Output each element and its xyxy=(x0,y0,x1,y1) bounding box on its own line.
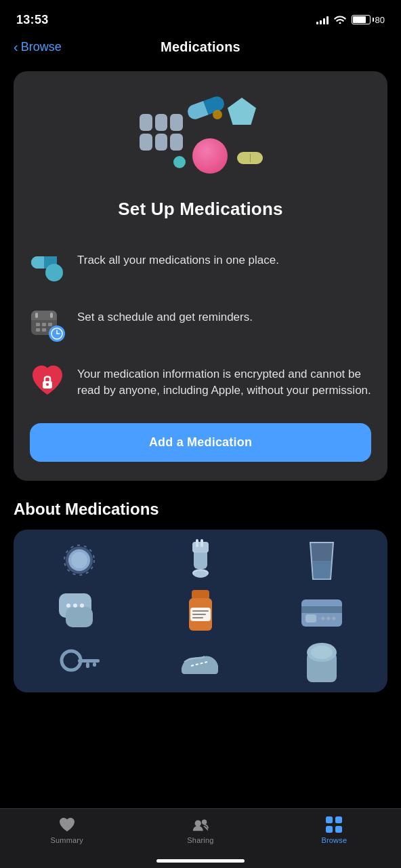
heart-tab-icon xyxy=(58,816,76,833)
key-cell xyxy=(20,637,139,686)
svg-point-60 xyxy=(202,820,207,825)
svg-rect-17 xyxy=(42,328,46,332)
toothbrush-cell xyxy=(142,536,260,585)
back-label: Browse xyxy=(21,40,62,54)
svg-point-50 xyxy=(332,616,335,620)
svg-point-49 xyxy=(326,616,330,620)
svg-rect-15 xyxy=(48,323,52,326)
svg-rect-5 xyxy=(31,256,44,269)
wifi-icon xyxy=(334,14,346,26)
svg-rect-63 xyxy=(326,826,333,833)
feature-schedule-text: Set a schedule and get reminders. xyxy=(77,307,371,326)
tab-sharing[interactable]: Sharing xyxy=(133,816,267,844)
tab-summary[interactable]: Summary xyxy=(0,816,133,844)
glass-cell xyxy=(262,536,381,585)
svg-rect-44 xyxy=(192,617,203,618)
svg-point-7 xyxy=(45,264,63,281)
chevron-left-icon: ‹ xyxy=(14,40,18,54)
svg-point-37 xyxy=(73,604,77,608)
svg-rect-53 xyxy=(86,663,89,668)
svg-point-27 xyxy=(71,552,87,568)
svg-point-38 xyxy=(80,604,84,608)
feature-track-text: Track all your medications in one place. xyxy=(77,250,371,269)
feature-schedule: Set a schedule and get reminders. xyxy=(30,296,371,353)
credit-card-cell xyxy=(262,587,381,635)
svg-rect-16 xyxy=(36,328,40,332)
brown-dot-pill-icon xyxy=(213,110,222,119)
about-section-title: About Medications xyxy=(14,500,387,519)
heart-lock-feature-icon xyxy=(30,363,65,399)
svg-rect-42 xyxy=(192,610,209,612)
nav-bar: ‹ Browse Medications xyxy=(0,35,401,63)
svg-rect-35 xyxy=(66,607,93,627)
battery-level: 80 xyxy=(375,15,385,25)
blister-pack-icon xyxy=(140,114,183,151)
svg-point-36 xyxy=(66,604,70,608)
svg-rect-30 xyxy=(196,539,198,547)
setup-card: Set Up Medications xyxy=(14,71,387,481)
pill-cluster xyxy=(133,95,268,176)
svg-rect-39 xyxy=(192,590,209,599)
status-bar: 13:53 80 xyxy=(0,0,401,35)
svg-rect-31 xyxy=(200,539,203,547)
svg-point-58 xyxy=(311,646,333,659)
pill-bottle-cell xyxy=(142,587,260,635)
pentagon-pill-icon xyxy=(228,98,256,125)
pills-feature-icon xyxy=(30,250,65,285)
svg-rect-64 xyxy=(335,826,342,833)
pink-round-pill-icon xyxy=(192,138,228,174)
feature-track: Track all your medications in one place. xyxy=(30,239,371,296)
svg-point-23 xyxy=(46,383,49,386)
back-button[interactable]: ‹ Browse xyxy=(14,40,62,54)
svg-rect-61 xyxy=(326,816,333,823)
about-section: About Medications xyxy=(0,500,401,692)
home-indicator xyxy=(156,859,245,863)
svg-point-51 xyxy=(62,651,81,670)
teal-dot-pill-icon xyxy=(173,156,186,168)
tab-sharing-label: Sharing xyxy=(187,836,213,844)
svg-rect-14 xyxy=(42,323,46,326)
about-icons-grid xyxy=(14,530,387,692)
feature-security: Your medication information is encrypted… xyxy=(30,353,371,410)
sun-cell xyxy=(20,536,139,585)
svg-rect-54 xyxy=(93,663,96,667)
feature-security-text: Your medication information is encrypted… xyxy=(77,363,371,399)
feature-list: Track all your medications in one place. xyxy=(30,239,371,410)
svg-point-48 xyxy=(321,616,324,620)
page-title: Medications xyxy=(161,39,240,55)
shoe-cell xyxy=(142,637,260,686)
calendar-feature-icon xyxy=(30,307,65,342)
setup-title: Set Up Medications xyxy=(30,199,371,220)
main-content: Set Up Medications xyxy=(0,63,401,481)
signal-bars-icon xyxy=(316,15,329,24)
pills-illustration xyxy=(30,92,371,180)
sharing-tab-icon xyxy=(192,816,209,833)
svg-rect-47 xyxy=(305,614,316,623)
svg-rect-10 xyxy=(31,316,57,320)
svg-rect-11 xyxy=(35,313,38,318)
tab-summary-label: Summary xyxy=(50,836,83,844)
tab-browse-label: Browse xyxy=(321,836,347,844)
scored-pill-icon xyxy=(237,152,263,164)
add-medication-button[interactable]: Add a Medication xyxy=(30,423,371,462)
chat-bubble-cell xyxy=(20,587,139,635)
bread-cell xyxy=(262,637,381,686)
status-time: 13:53 xyxy=(16,13,49,27)
battery-indicator: 80 xyxy=(352,15,385,25)
svg-rect-43 xyxy=(192,614,206,615)
status-icons: 80 xyxy=(316,14,385,26)
browse-tab-icon xyxy=(325,816,343,833)
svg-rect-46 xyxy=(301,606,342,613)
svg-rect-52 xyxy=(78,659,100,663)
about-illustration-card xyxy=(14,530,387,692)
svg-rect-13 xyxy=(36,323,40,326)
svg-rect-12 xyxy=(50,313,53,318)
svg-rect-62 xyxy=(335,816,342,823)
svg-point-33 xyxy=(194,571,207,578)
svg-point-59 xyxy=(195,821,201,827)
tab-browse[interactable]: Browse xyxy=(268,816,401,844)
